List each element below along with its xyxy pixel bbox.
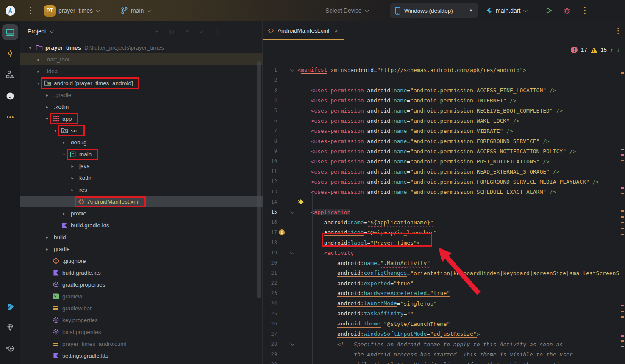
main-menu-kebab[interactable] — [30, 0, 31, 21]
code-line-23[interactable]: 23 android:hardwareAccelerated="true" — [263, 288, 625, 298]
tree-item-build-gradle-kts[interactable]: build.gradle.kts — [20, 267, 263, 279]
fold-toggle[interactable] — [286, 343, 297, 346]
code-line-22[interactable]: 22 android:exported="true" — [263, 278, 625, 288]
error-stripe-mark[interactable] — [621, 346, 624, 347]
error-stripe-mark[interactable] — [621, 316, 624, 318]
code-line-7[interactable]: 7 <uses-permission android:name="android… — [263, 126, 625, 136]
error-stripe-mark[interactable] — [621, 222, 624, 223]
tab-androidmanifest[interactable]: AndroidManifest.xml × — [263, 21, 344, 40]
code-line-4[interactable]: 4 <uses-permission android:name="android… — [263, 95, 625, 105]
error-stripe-mark[interactable] — [621, 216, 624, 218]
expand-arrow[interactable]: ▸ — [34, 57, 43, 62]
launcher-preview-icon[interactable] — [277, 229, 286, 236]
code-line-11[interactable]: 11 <uses-permission android:name="androi… — [263, 166, 625, 176]
code-line-14[interactable]: 14 — [263, 197, 625, 207]
tree-item-gradlew[interactable]: >_gradlew — [20, 290, 263, 302]
tree-item-profile[interactable]: ▸profile — [20, 207, 263, 219]
editor-options-kebab[interactable]: ⋮ — [614, 26, 622, 35]
fold-toggle[interactable] — [286, 251, 297, 254]
device-selector[interactable]: Windows (desktop) ▼ — [390, 3, 478, 18]
expand-arrow[interactable]: ▸ — [68, 188, 77, 192]
expand-arrow[interactable]: ▸ — [34, 69, 43, 74]
branch-selector[interactable]: main — [121, 0, 150, 21]
rail-inspector-diamond[interactable] — [2, 320, 18, 336]
error-stripe-mark[interactable] — [621, 72, 624, 74]
code-line-28[interactable]: 28 <!-- Specifies an Android theme to ap… — [263, 339, 625, 349]
tree-item-build[interactable]: ▸build — [20, 231, 263, 243]
rail-commit[interactable] — [2, 45, 18, 61]
tab-close-icon[interactable]: × — [334, 27, 338, 34]
code-line-25[interactable]: 25 android:taskAffinity="" — [263, 309, 625, 319]
expand-arrow[interactable]: ▸ — [42, 105, 52, 109]
code-line-20[interactable]: 20 android:name=".MainActivity" — [263, 258, 625, 268]
tree-item-prayer-times-android-iml[interactable]: prayer_times_android.iml — [20, 338, 263, 350]
code-line-6[interactable]: 6 <uses-permission android:name="android… — [263, 116, 625, 126]
error-icon[interactable]: ! — [571, 47, 578, 53]
error-stripe-mark[interactable] — [621, 234, 624, 235]
panel-options-kebab[interactable]: ⋮ — [214, 28, 220, 35]
code-line-29[interactable]: 29 the Android process has started. This… — [263, 349, 625, 359]
tree-item-android-prayer-times-android[interactable]: ▾android [prayer_times_android] — [20, 77, 263, 89]
expand-arrow[interactable]: ▸ — [68, 164, 77, 168]
expand-arrow[interactable]: ▸ — [68, 176, 77, 180]
expand-arrow[interactable]: ▾ — [51, 128, 60, 133]
next-issue-arrow[interactable]: ↓ — [617, 46, 620, 53]
code-line-17[interactable]: 17 android:icon="@mipmap/ic_launcher" — [263, 227, 625, 237]
target-icon[interactable]: ◎ — [169, 28, 174, 35]
tree-item-app[interactable]: ▾app — [20, 113, 263, 124]
code-line-8[interactable]: 8 <uses-permission android:name="android… — [263, 136, 625, 146]
error-stripe-mark[interactable] — [621, 311, 624, 312]
tree-item-gradle[interactable]: ▸gradle — [20, 243, 263, 255]
tree-item-res[interactable]: ▸res — [20, 184, 263, 196]
tree-item-gradle[interactable]: ▸.gradle — [20, 89, 263, 101]
error-stripe-mark[interactable] — [621, 187, 624, 189]
code-line-9[interactable]: 9 <uses-permission android:name="android… — [263, 146, 625, 156]
code-line-13[interactable]: 13 <uses-permission android:name="androi… — [263, 187, 625, 197]
rail-github[interactable] — [2, 88, 18, 104]
code-line-19[interactable]: 19 <activity — [263, 248, 625, 258]
error-count[interactable]: 17 — [581, 47, 587, 53]
tree-item-dart-tool[interactable]: ▸.dart_tool — [20, 53, 263, 65]
debug-button[interactable] — [564, 0, 571, 21]
run-button[interactable] — [545, 0, 553, 21]
error-stripe-mark[interactable] — [621, 210, 624, 212]
run-config-selector[interactable]: main.dart — [486, 0, 526, 21]
rail-project-view[interactable] — [2, 24, 18, 40]
expand-arrow[interactable]: ▾ — [42, 116, 52, 121]
code-line-1[interactable]: 1<manifest xmlns:android="http://schemas… — [263, 65, 625, 75]
select-device-dropdown[interactable]: Select Device — [325, 0, 368, 21]
tree-item-androidmanifest-xml[interactable]: AndroidManifest.xml — [20, 196, 263, 207]
code-line-24[interactable]: 24 android:launchMode="singleTop" — [263, 298, 625, 309]
code-line-3[interactable]: 3 <uses-permission android:name="android… — [263, 85, 625, 95]
prev-issue-arrow[interactable]: ↑ — [610, 46, 614, 53]
code-line-2[interactable]: 2 — [263, 75, 625, 85]
project-selector[interactable]: PT prayer_times — [44, 0, 99, 21]
error-stripe-mark[interactable] — [621, 154, 624, 156]
error-stripe-mark[interactable] — [621, 228, 624, 229]
error-stripe-mark[interactable] — [621, 160, 624, 161]
fold-toggle[interactable] — [286, 69, 297, 72]
expand-arrow[interactable]: ▾ — [59, 152, 69, 157]
code-line-21[interactable]: 21 android:configChanges="orientation|ke… — [263, 268, 625, 278]
code-line-10[interactable]: 10 <uses-permission android:name="androi… — [263, 156, 625, 166]
warning-icon[interactable]: ! — [591, 47, 597, 53]
code-line-30[interactable]: 30 while the Flutter UI initializes. Aft… — [263, 359, 625, 364]
tree-item-main[interactable]: ▾main — [20, 148, 263, 160]
project-view-title[interactable]: Project — [28, 28, 46, 35]
rail-dart[interactable] — [2, 298, 18, 314]
project-tree-scrollbar[interactable] — [257, 61, 261, 298]
code-line-18[interactable]: 18 android:label="Prayer Times"> — [263, 237, 625, 248]
code-line-16[interactable]: 16 android:name="${applicationName}" — [263, 217, 625, 227]
code-line-26[interactable]: 26 android:theme="@style/LaunchTheme" — [263, 319, 625, 329]
tree-item-idea[interactable]: ▸.idea — [20, 65, 263, 77]
rail-logcat-cat[interactable] — [2, 341, 18, 357]
warning-count[interactable]: 15 — [601, 47, 607, 53]
expand-arrow[interactable]: ▸ — [42, 235, 52, 240]
expand-arrow[interactable]: ▾ — [34, 81, 43, 85]
tree-item-gradle-properties[interactable]: gradle.properties — [20, 279, 263, 290]
error-stripe-mark[interactable] — [621, 305, 624, 306]
fold-toggle[interactable] — [286, 211, 297, 214]
tree-item-debug[interactable]: ▸debug — [20, 136, 263, 148]
rail-structure[interactable] — [2, 66, 18, 83]
error-stripe-mark[interactable] — [621, 335, 624, 337]
